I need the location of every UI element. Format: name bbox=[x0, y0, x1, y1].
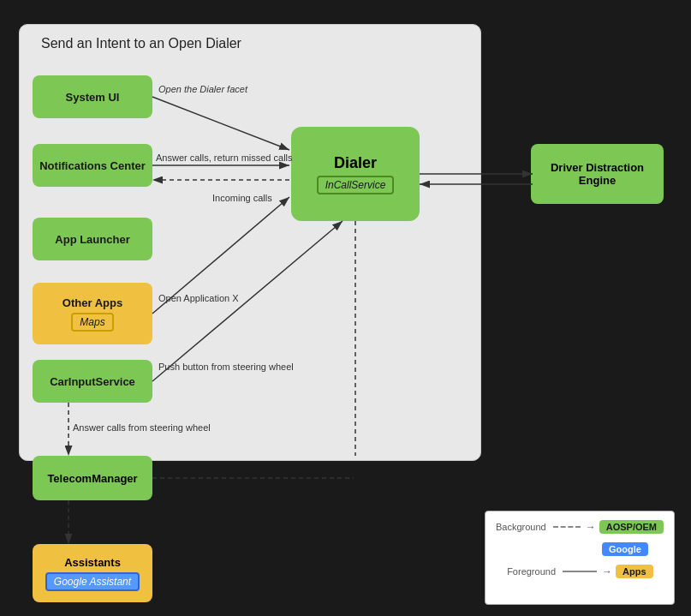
driver-distraction-box: Driver Distraction Engine bbox=[531, 144, 664, 204]
dialer-box: Dialer InCallService bbox=[291, 127, 420, 221]
notifications-center-box: Notifications Center bbox=[33, 144, 152, 187]
maps-inner-box: Maps bbox=[71, 313, 113, 332]
legend-arrow-aosp: → bbox=[586, 521, 596, 533]
other-apps-box: Other Apps Maps bbox=[33, 283, 152, 344]
legend-chip-google: Google bbox=[602, 542, 648, 556]
legend-solid-line bbox=[563, 571, 597, 572]
car-input-service-box: CarInputService bbox=[33, 360, 152, 403]
legend-chip-apps: Apps bbox=[616, 565, 653, 578]
legend-arrow-apps: → bbox=[602, 565, 612, 577]
legend-background-label: Background bbox=[496, 522, 546, 532]
diagram-title: Send an Intent to an Open Dialer bbox=[41, 36, 241, 51]
legend-foreground-row: Foreground → Apps bbox=[496, 565, 664, 578]
app-launcher-box: App Launcher bbox=[33, 218, 152, 260]
system-ui-box: System UI bbox=[33, 75, 152, 118]
telecom-manager-box: TelecomManager bbox=[33, 456, 152, 500]
legend-box: Background → AOSP/OEM Google Foreground … bbox=[485, 511, 675, 605]
legend-google-row: Google bbox=[496, 542, 664, 556]
legend-dashed-line bbox=[553, 526, 581, 528]
legend-foreground-label: Foreground bbox=[496, 566, 556, 577]
in-call-service-box: InCallService bbox=[317, 176, 395, 194]
legend-chip-aosp: AOSP/OEM bbox=[599, 520, 664, 534]
legend-background-row: Background → AOSP/OEM bbox=[496, 520, 664, 534]
assistants-box: Assistants Google Assistant bbox=[33, 544, 152, 602]
google-assistant-box: Google Assistant bbox=[45, 572, 140, 591]
